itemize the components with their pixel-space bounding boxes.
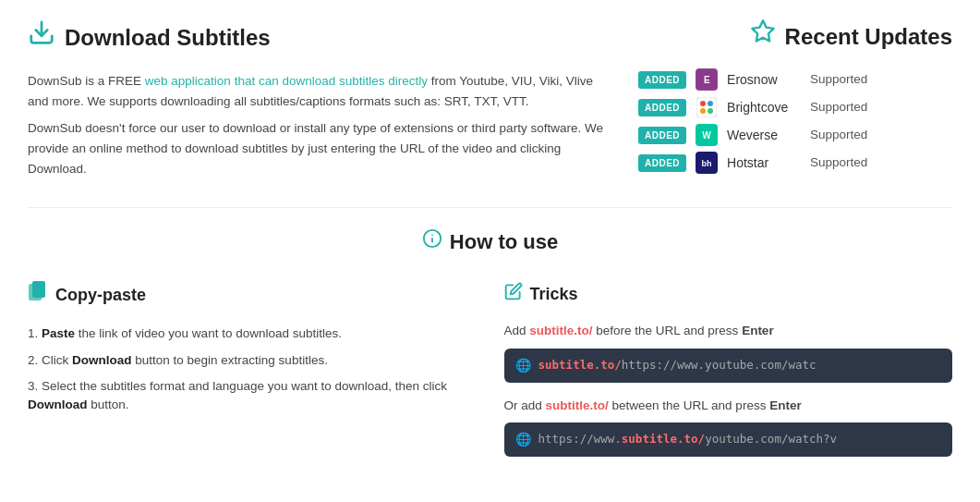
erosnow-name: Erosnow [727,70,801,90]
top-section: Download Subtitles DownSub is a FREE web… [28,18,952,179]
step-2: 2. Click Download button to begin extrac… [28,351,477,370]
erosnow-icon: E [696,68,718,91]
copy-icon [28,280,48,311]
url-bar1-gray: https://www.youtube.com/watc [622,358,817,372]
step2-num: 2. Click [28,353,72,367]
url-bar2-red: subtitle.to/ [622,432,705,446]
tricks-section: Tricks Add subtitle.to/ before the URL a… [504,280,953,471]
download-section: Download Subtitles DownSub is a FREE web… [28,18,611,179]
svg-point-7 [700,108,706,114]
weverse-status: Supported [810,126,867,144]
download-icon [28,18,55,57]
copy-paste-title: Copy-paste [55,283,146,308]
url-bar2-gray1: https://www. [538,432,622,446]
desc-part1: DownSub is a FREE [28,74,145,88]
svg-point-8 [708,108,713,114]
updates-list: ADDED E Erosnow Supported ADDED Brightco… [638,68,952,174]
svg-point-5 [700,101,706,106]
update-row-weverse: ADDED W Weverse Supported [638,124,952,146]
svg-rect-4 [696,97,717,117]
star-icon [750,18,776,55]
tip2-before: Or add [504,398,546,412]
step2-text: button to begin extracting subtitles. [132,353,328,367]
brightcove-status: Supported [810,98,867,116]
svg-rect-17 [32,281,45,298]
desc-highlight: web application that can download subtit… [145,74,428,88]
step-3: 3. Select the subtitles format and langu… [28,377,477,415]
download-title: Download Subtitles [65,21,271,55]
step1-bold: Paste [42,326,75,340]
url-bar-1: 🌐 subtitle.to/https://www.youtube.com/wa… [504,349,953,383]
step3-bold: Download [28,398,88,411]
weverse-name: Weverse [727,126,801,145]
step3-text: button. [88,398,129,411]
tip1-before: Add [504,324,530,337]
badge-brightcove: ADDED [638,99,686,116]
step-1: 1. Paste the link of video you want to d… [28,324,477,343]
how-to-use-title: How to use [450,227,558,257]
hotstar-name: Hotstar [727,153,801,173]
badge-hotstar: ADDED [638,154,686,172]
download-title-row: Download Subtitles [28,18,611,57]
step1-text: the link of video you want to download s… [75,326,342,340]
erosnow-status: Supported [810,70,867,89]
description-2: DownSub doesn't force our user to downlo… [28,118,611,180]
globe-icon-2: 🌐 [515,430,531,449]
url-bar2-gray2: youtube.com/watch?v [705,432,837,446]
pencil-icon [504,280,523,308]
url-bar1-text: subtitle.to/https://www.youtube.com/watc [538,357,817,374]
tricks-title-row: Tricks [504,280,953,308]
url-bar-2: 🌐 https://www.subtitle.to/youtube.com/wa… [504,422,953,457]
tip2-url: subtitle.to/ [546,398,609,412]
copy-paste-title-row: Copy-paste [28,280,477,311]
recent-updates-title-row: Recent Updates [638,18,952,55]
divider [28,207,952,208]
recent-updates-section: Recent Updates ADDED E Erosnow Supported… [638,18,952,179]
update-row-hotstar: ADDED bh Hotstar Supported [638,152,952,174]
weverse-icon: W [696,124,718,146]
copy-paste-section: Copy-paste 1. Paste the link of video yo… [28,280,477,471]
update-row-brightcove: ADDED Brightcove Supported [638,96,952,118]
tip2-after: between the URL and press [609,398,769,412]
svg-point-6 [708,101,713,106]
tip1-url: subtitle.to/ [529,324,592,337]
badge-weverse: ADDED [638,127,686,144]
recent-updates-title: Recent Updates [785,20,952,54]
step1-num: 1. [28,326,42,340]
description: DownSub is a FREE web application that c… [28,71,611,113]
page-wrapper: Download Subtitles DownSub is a FREE web… [0,0,980,489]
svg-text:E: E [704,75,710,85]
update-row-erosnow: ADDED E Erosnow Supported [638,68,952,91]
hotstar-icon: bh [696,152,718,174]
step3-num: 3. Select the subtitles format and langu… [28,379,447,393]
globe-icon-1: 🌐 [515,356,531,375]
tip1-bold: Enter [742,324,774,337]
svg-marker-1 [752,20,773,41]
info-icon [422,227,442,257]
tip1-after: before the URL and press [593,324,743,337]
steps-list: 1. Paste the link of video you want to d… [28,324,477,414]
hotstar-status: Supported [810,153,867,172]
url-bar2-text: https://www.subtitle.to/youtube.com/watc… [538,431,838,448]
tip1-text: Add subtitle.to/ before the URL and pres… [504,322,953,340]
tip2-bold: Enter [769,398,802,412]
tip2-text: Or add subtitle.to/ between the URL and … [504,397,953,415]
svg-text:W: W [702,130,711,141]
url-bar1-red: subtitle.to/ [538,358,622,372]
how-to-use-title-row: How to use [28,227,952,257]
brightcove-icon [696,96,718,118]
svg-text:bh: bh [702,159,712,168]
step2-bold: Download [72,353,132,367]
badge-erosnow: ADDED [638,71,686,89]
brightcove-name: Brightcove [727,98,801,117]
bottom-section: Copy-paste 1. Paste the link of video yo… [28,280,952,471]
tricks-title: Tricks [530,282,578,307]
